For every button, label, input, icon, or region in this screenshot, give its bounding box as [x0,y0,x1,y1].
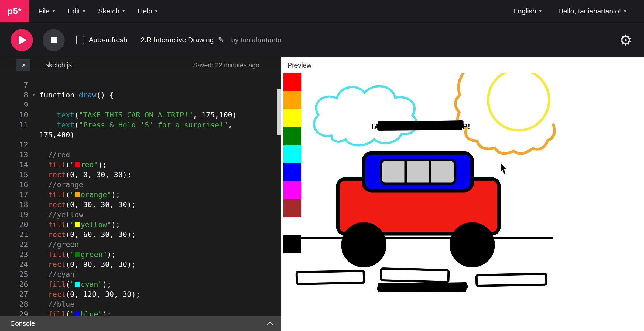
code-editor[interactable]: 78▾function draw() {910 text("TAKE THIS … [0,73,281,316]
code-line[interactable]: 175,400) [0,130,281,140]
title-scribble [378,122,463,129]
code-text [39,100,281,110]
code-line[interactable]: 15 rect(0, 0, 30, 30); [0,170,281,180]
code-token: ( [66,190,70,199]
code-line[interactable]: 22 //green [0,239,281,249]
menu-help[interactable]: Help▾ [131,0,164,22]
p5-logo[interactable]: p5* [0,0,29,22]
menu-edit[interactable]: Edit▾ [61,0,91,22]
fold-gutter [28,229,39,239]
fold-gutter [28,200,39,210]
code-token: fill [48,190,66,199]
code-line[interactable]: 24 rect(0, 90, 30, 30); [0,259,281,269]
code-text: fill("yellow"); [39,219,281,229]
user-menu[interactable]: Hello, taniahartanto! ▾ [552,7,633,15]
code-line[interactable]: 8▾function draw() { [0,90,281,100]
auto-refresh-checkbox[interactable] [76,36,84,44]
code-token: fill [48,250,66,259]
code-line[interactable]: 9 [0,100,281,110]
code-token: "Press & Hold 'S' for a surprise!" [79,121,228,129]
code-token [39,180,48,189]
editor-scrollbar[interactable] [277,89,281,135]
fold-gutter [28,249,39,259]
code-token: rect [48,170,66,179]
menu-file[interactable]: File▾ [32,0,61,22]
code-token: rect [48,260,66,269]
code-token: //cyan [48,270,75,278]
language-selector[interactable]: English ▾ [507,7,548,15]
palette-swatch-white[interactable] [283,217,301,235]
code-text: //cyan [39,269,281,279]
code-line[interactable]: 27 rect(0, 120, 30, 30); [0,289,281,299]
code-line[interactable]: 7 [0,80,281,90]
console-collapse-chevron-icon[interactable] [266,321,274,326]
palette-swatch-black[interactable] [283,235,301,253]
code-token [39,270,48,278]
code-token: orange" [81,190,111,199]
line-number: 14 [0,160,28,170]
code-line[interactable]: 11 text("Press & Hold 'S' for a surprise… [0,120,281,130]
line-number: 19 [0,210,28,219]
palette-swatch-orange[interactable] [283,91,301,109]
code-text [39,140,281,150]
code-line[interactable]: 12 [0,140,281,150]
code-token: rect [48,200,66,209]
code-token [39,190,48,199]
code-text: //orange [39,180,281,190]
code-text: text("Press & Hold 'S' for a surprise!", [39,120,281,130]
code-line[interactable]: 21 rect(0, 60, 30, 30); [0,229,281,239]
palette-swatch-cyan[interactable] [283,145,301,163]
code-line[interactable]: 29 fill("blue"); [0,309,281,316]
menu-label: Help [138,7,152,15]
code-token: " [70,220,74,229]
stop-button[interactable] [43,29,65,51]
fold-gutter [28,170,39,180]
palette-swatch-blue[interactable] [283,163,301,181]
code-token: ( [66,220,70,229]
palette-swatch-magenta[interactable] [283,181,301,199]
code-line[interactable]: 20 fill("yellow"); [0,219,281,229]
fold-arrow-icon[interactable]: ▾ [28,90,39,100]
code-token: 175,400) [39,131,74,139]
nav-menus: File▾Edit▾Sketch▾Help▾ [32,0,164,22]
color-swatch-icon [75,162,80,167]
palette-swatch-brown[interactable] [283,199,301,217]
code-line[interactable]: 14 fill("red"); [0,160,281,170]
code-text: rect(0, 60, 30, 30); [39,229,281,239]
code-line[interactable]: 28 //blue [0,299,281,309]
console-bar[interactable]: Console [0,316,281,331]
sidebar-expand-button[interactable]: > [16,59,30,71]
play-button[interactable] [11,29,33,51]
code-token [39,290,48,298]
code-line[interactable]: 17 fill("orange"); [0,190,281,200]
palette-swatch-green[interactable] [283,127,301,145]
code-line[interactable]: 18 rect(0, 30, 30, 30); [0,200,281,210]
road-mark-right [477,274,547,286]
code-line[interactable]: 10 text("TAKE THIS CAR ON A TRIP!", 175,… [0,110,281,120]
code-line[interactable]: 19 //yellow [0,210,281,219]
code-line[interactable]: 25 //cyan [0,269,281,279]
code-text: //red [39,150,281,160]
tab-sketch-js[interactable]: sketch.js [46,61,72,69]
code-text: rect(0, 30, 30, 30); [39,200,281,210]
code-line[interactable]: 16 //orange [0,180,281,190]
menu-sketch[interactable]: Sketch▾ [92,0,131,22]
fold-gutter [28,239,39,249]
line-number: 17 [0,190,28,200]
code-token [39,210,48,219]
settings-gear-icon[interactable]: ⚙ [619,33,632,47]
chevron-down-icon: ▾ [624,9,626,13]
code-line[interactable]: 26 fill("cyan"); [0,279,281,289]
p5-canvas[interactable]: TAKE THIS CAR ON A TRIP! [281,73,644,331]
edit-title-pencil-icon[interactable]: ✎ [218,36,224,44]
code-text: fill("cyan"); [39,279,281,289]
editor-pane: > sketch.js Saved: 22 minutes ago 78▾fun… [0,57,281,331]
palette-swatch-yellow[interactable] [283,109,301,127]
code-line[interactable]: 13 //red [0,150,281,160]
project-title: 2.R Interactive Drawing [141,36,214,44]
code-token [39,111,57,119]
code-line[interactable]: 23 fill("green"); [0,249,281,259]
palette-swatch-red[interactable] [283,73,301,91]
code-token [39,300,48,308]
p5-logo-text: p5* [8,6,22,16]
